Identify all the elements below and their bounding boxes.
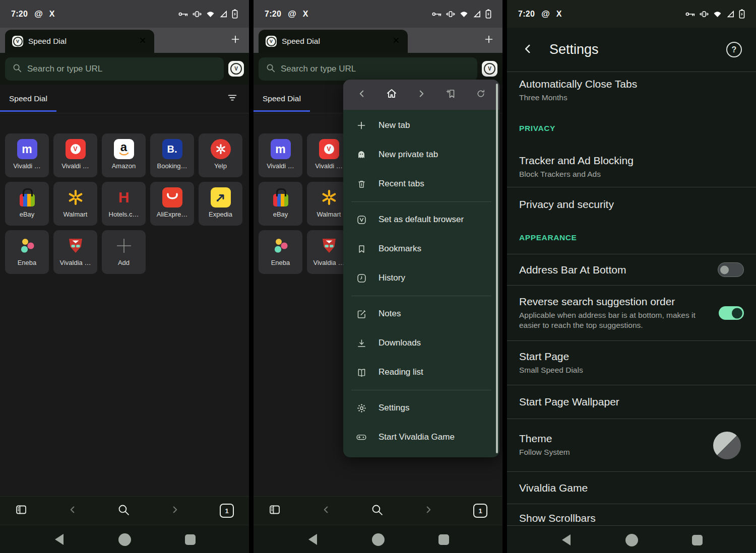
menu-item-bookmarks[interactable]: Bookmarks	[343, 234, 499, 263]
browser-tab[interactable]: VSpeed Dial	[259, 30, 408, 53]
home-circle-icon	[118, 533, 131, 546]
vivaldi-profile-button[interactable]: V	[228, 61, 244, 77]
aliexpress-icon	[162, 187, 182, 208]
settings-row-start-page[interactable]: Start PageSmall Speed Dials	[507, 341, 756, 385]
back-icon[interactable]	[321, 504, 332, 517]
home-icon[interactable]	[386, 88, 398, 102]
nav-home-button[interactable]	[117, 533, 132, 546]
phone-screen-menu-open: 7:20@XVSpeed DialSearch or type URLVSpee…	[254, 0, 502, 553]
settings-row-address-bar-at-bottom[interactable]: Address Bar At Bottom	[507, 254, 756, 286]
ebay-icon	[17, 187, 37, 208]
tab-counter[interactable]: 1	[473, 504, 487, 518]
search-input[interactable]: Search or type URL	[5, 57, 224, 81]
bookmark-icon	[355, 244, 367, 254]
settings-row-tracker-and-ad-blocking[interactable]: Tracker and Ad BlockingBlock Trackers an…	[507, 147, 756, 187]
menu-item-recent-tabs[interactable]: Recent tabs	[343, 169, 499, 198]
help-icon[interactable]: ?	[726, 42, 742, 57]
key-icon	[432, 11, 442, 18]
setting-title: Automatically Close Tabs	[519, 78, 744, 90]
nav-recents-button[interactable]	[436, 534, 451, 545]
tab-speed-dial[interactable]: Speed Dial	[263, 94, 301, 103]
settings-row-vivaldia-game[interactable]: Vivaldia Game	[507, 472, 756, 504]
phone-screen-speed-dial: 7:20@XVSpeed DialSearch or type URLVSpee…	[0, 0, 249, 553]
nav-back-button[interactable]	[558, 534, 574, 545]
setting-title: Tracker and Ad Blocking	[519, 155, 744, 167]
nav-home-button[interactable]	[624, 534, 639, 546]
x-icon: X	[49, 10, 55, 19]
settings-row-start-page-wallpaper[interactable]: Start Page Wallpaper	[507, 385, 756, 419]
speed-dial-hotels-c[interactable]: HHotels.c…	[102, 182, 146, 226]
speed-dial-vivaldia[interactable]: Vivaldia …	[53, 230, 97, 274]
menu-item-label: New tab	[379, 120, 410, 130]
speed-dial-vivaldi[interactable]: mVivaldi …	[259, 133, 302, 177]
nav-back-button[interactable]	[51, 534, 67, 545]
forward-icon[interactable]	[423, 504, 434, 517]
threads-icon: @	[288, 9, 296, 19]
nav-back-button[interactable]	[305, 534, 320, 545]
nav-recents-button[interactable]	[182, 534, 198, 545]
menu-item-downloads[interactable]: Downloads	[343, 328, 499, 358]
status-time: 7:20	[518, 10, 535, 19]
forward-icon[interactable]	[416, 88, 427, 101]
speed-dial-aliexpre[interactable]: AliExpre…	[150, 182, 194, 226]
settings-row-reverse-search-suggestion-order[interactable]: Reverse search suggestion orderApplicabl…	[507, 286, 756, 341]
speed-dial-vivaldi[interactable]: mVivaldi …	[5, 133, 49, 177]
new-tab-button[interactable]	[230, 34, 241, 47]
menu-item-notes[interactable]: Notes	[343, 299, 499, 328]
nav-home-button[interactable]	[370, 533, 386, 546]
settings-row-theme[interactable]: ThemeFollow System	[507, 419, 756, 472]
settings-row-show-scrollbars[interactable]: Show Scrollbars	[507, 504, 756, 525]
speed-dial-vivaldi[interactable]: VVivaldi …	[53, 133, 97, 177]
new-tab-button[interactable]	[483, 34, 494, 47]
filter-icon[interactable]	[227, 92, 238, 105]
setting-subtitle: Follow System	[519, 447, 706, 457]
bookmark-add-icon[interactable]	[445, 88, 457, 102]
eneba-icon	[271, 236, 291, 256]
back-triangle-icon	[55, 534, 64, 545]
close-tab-icon[interactable]	[138, 36, 147, 47]
threads-icon: @	[541, 9, 550, 19]
menu-item-new-tab[interactable]: New tab	[343, 111, 499, 140]
menu-item-reading-list[interactable]: Reading list	[343, 358, 499, 387]
search-icon[interactable]	[117, 504, 130, 518]
forward-icon[interactable]	[169, 504, 180, 517]
speed-dial-eneba[interactable]: Eneba	[5, 230, 49, 274]
search-icon[interactable]	[371, 504, 383, 518]
menu-item-start-vivaldia-game[interactable]: Start Vivaldia Game	[343, 423, 499, 452]
vivaldi-profile-button[interactable]: V	[482, 61, 497, 77]
back-icon[interactable]	[521, 42, 534, 57]
yelp-icon	[211, 139, 231, 159]
settings-row-automatically-close-tabs[interactable]: Automatically Close TabsThree Months	[507, 72, 756, 109]
speed-dial-eneba[interactable]: Eneba	[259, 230, 302, 274]
menu-item-settings[interactable]: Settings	[343, 393, 499, 423]
close-tab-icon[interactable]	[392, 36, 401, 47]
threads-icon: @	[34, 9, 43, 19]
panels-toggle-icon[interactable]	[15, 504, 27, 518]
panels-toggle-icon[interactable]	[269, 504, 281, 518]
speed-dial-booking[interactable]: B.Booking…	[150, 133, 194, 177]
toggle-on[interactable]	[719, 306, 744, 320]
search-input[interactable]: Search or type URL	[259, 57, 477, 81]
speed-dial-walmart[interactable]: Walmart	[53, 182, 97, 226]
speed-dial-add[interactable]: Add	[102, 230, 146, 274]
menu-item-new-private-tab[interactable]: New private tab	[343, 140, 499, 169]
nav-recents-button[interactable]	[689, 535, 705, 545]
menu-item-set-as-default-browser[interactable]: Set as default browser	[343, 205, 499, 234]
menu-item-history[interactable]: History	[343, 263, 499, 293]
speed-dial-ebay[interactable]: eBay	[5, 182, 49, 226]
speed-dial-yelp[interactable]: Yelp	[199, 133, 242, 177]
speed-dial-ebay[interactable]: eBay	[259, 182, 302, 226]
tab-counter[interactable]: 1	[220, 504, 234, 518]
back-icon[interactable]	[356, 88, 367, 101]
reload-icon[interactable]	[475, 88, 486, 101]
settings-row-privacy-and-security[interactable]: Privacy and security	[507, 187, 756, 222]
menu-scrollbar[interactable]	[496, 84, 498, 453]
vibrate-icon	[193, 10, 202, 18]
setting-title: Vivaldia Game	[519, 482, 744, 494]
browser-tab[interactable]: VSpeed Dial	[5, 30, 154, 53]
speed-dial-amazon[interactable]: aAmazon	[102, 133, 146, 177]
tab-speed-dial[interactable]: Speed Dial	[9, 94, 47, 103]
toggle-off[interactable]	[718, 262, 744, 277]
speed-dial-expedia[interactable]: Expedia	[199, 182, 242, 226]
back-icon[interactable]	[67, 504, 78, 517]
